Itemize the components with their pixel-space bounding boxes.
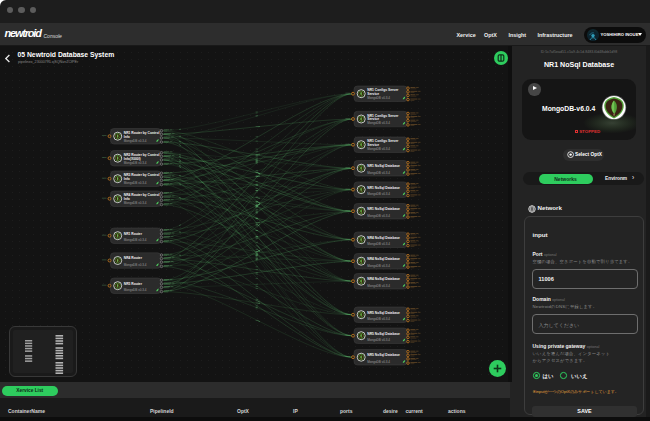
svg-text:MongoDB v0.3.4: MongoDB v0.3.4 (124, 263, 147, 267)
svg-text:MongoDB v0.3.4: MongoDB v0.3.4 (367, 360, 390, 364)
svg-text:MongoDB v0.3.4: MongoDB v0.3.4 (367, 214, 390, 218)
svg-text:MongoDB v0.3.4: MongoDB v0.3.4 (124, 181, 147, 185)
svg-text:MongoDB v0.3.4: MongoDB v0.3.4 (367, 121, 390, 125)
svg-text:NR1 NoSql Database: NR1 NoSql Database (367, 186, 400, 190)
svg-text:NR5 Router: NR5 Router (124, 282, 143, 286)
svg-text:MongoDB v0.3.4: MongoDB v0.3.4 (367, 242, 390, 246)
svg-text:NR1 NoSql Database: NR1 NoSql Database (367, 164, 400, 168)
svg-text:MongoDB v0.3.4: MongoDB v0.3.4 (367, 171, 390, 175)
svg-text:NR4 NoSql Database: NR4 NoSql Database (367, 257, 400, 261)
svg-text:NR1 NoSql Database: NR1 NoSql Database (367, 207, 400, 211)
svg-text:MongoDB v0.3.4: MongoDB v0.3.4 (367, 264, 390, 268)
svg-text:NR5 NoSql Database: NR5 NoSql Database (367, 353, 400, 357)
svg-text:MongoDB v0.3.4: MongoDB v0.3.4 (367, 284, 390, 288)
svg-text:MongoDB v0.3.4: MongoDB v0.3.4 (124, 288, 147, 292)
svg-text:NR4 Router: NR4 Router (124, 256, 143, 260)
svg-text:MongoDB v0.3.4: MongoDB v0.3.4 (124, 161, 147, 165)
svg-text:NR4 NoSql Database: NR4 NoSql Database (367, 277, 400, 281)
svg-text:NR1 Router: NR1 Router (124, 232, 143, 236)
svg-text:MongoDB v0.3.4: MongoDB v0.3.4 (124, 139, 147, 143)
svg-text:MongoDB v0.3.4: MongoDB v0.3.4 (367, 338, 390, 342)
svg-text:MongoDB v0.3.4: MongoDB v0.3.4 (367, 192, 390, 196)
svg-text:NR5 NoSql Database: NR5 NoSql Database (367, 311, 400, 315)
svg-text:NR5 NoSql Database: NR5 NoSql Database (367, 332, 400, 336)
svg-text:NR4 NoSql Database: NR4 NoSql Database (367, 236, 400, 240)
svg-text:MongoDB v0.3.4: MongoDB v0.3.4 (367, 317, 390, 321)
svg-text:MongoDB v0.3.4: MongoDB v0.3.4 (367, 96, 390, 100)
svg-text:MongoDB v0.3.4: MongoDB v0.3.4 (367, 147, 390, 151)
svg-text:MongoDB v0.3.4: MongoDB v0.3.4 (124, 238, 147, 242)
svg-text:MongoDB v0.3.4: MongoDB v0.3.4 (124, 201, 147, 205)
